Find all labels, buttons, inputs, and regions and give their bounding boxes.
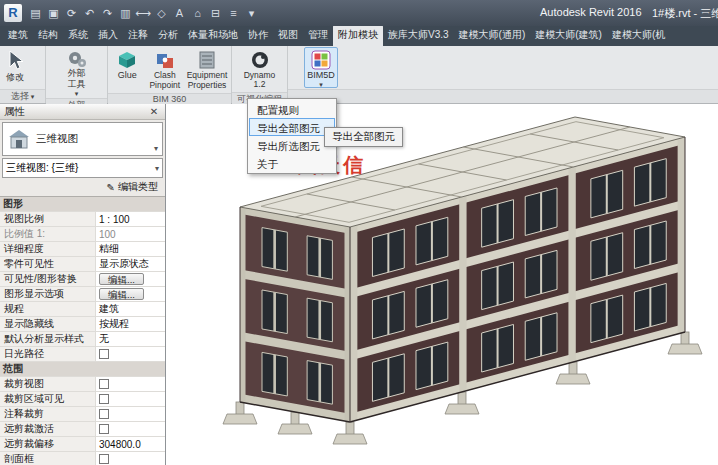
app-title: Autodesk Revit 2016 (540, 6, 642, 18)
dynamo-button[interactable]: Dynamo 1.2 (234, 47, 285, 91)
edit-type-icon: ✎ (107, 182, 115, 193)
crop-view-checkbox[interactable] (99, 379, 109, 389)
type-selector[interactable]: 三维视图 ▾ (2, 122, 163, 156)
titlebar: R ▤ ▣ ⟳ ↶ ↷ ▥ ⟷ ◇ A ⌂ ⊟ ≡ ▾ Autodesk Rev… (0, 0, 718, 26)
edit-type-button[interactable]: ✎ 编辑类型 (103, 179, 162, 195)
visibility-graphics-edit-button[interactable]: 编辑... (99, 273, 144, 285)
discipline-value[interactable]: 建筑 (96, 302, 165, 316)
ribbon-tab[interactable]: 族库大师V3.3 (383, 26, 454, 46)
annotation-crop-checkbox[interactable] (99, 409, 109, 419)
tag-icon[interactable]: ◇ (153, 4, 170, 22)
quick-access-toolbar: ▤ ▣ ⟳ ↶ ↷ ▥ ⟷ ◇ A ⌂ ⊟ ≡ ▾ (27, 4, 260, 22)
panel-bim5d: BIM5D ▾ (288, 46, 354, 103)
ribbon-tab[interactable]: 建筑 (3, 26, 33, 46)
toolbar-customize-icon[interactable]: ▾ (243, 4, 260, 22)
property-row-section-box: 剖面框 (0, 452, 165, 465)
document-title: 1#楼.rvt - 三维... (652, 6, 718, 21)
scale-value: 100 (96, 227, 165, 241)
open-icon[interactable]: ▤ (27, 4, 44, 22)
property-row-sun-path: 日光路径 (0, 347, 165, 362)
ribbon-tab[interactable]: 协作 (243, 26, 273, 46)
ribbon-tab[interactable]: 结构 (33, 26, 63, 46)
sun-path-checkbox[interactable] (99, 349, 109, 359)
ribbon-tab[interactable]: 分析 (153, 26, 183, 46)
glue-button[interactable]: Glue (110, 47, 145, 82)
property-row-scale-value: 比例值 1: 100 (0, 227, 165, 242)
extents-section-header[interactable]: 范围 (0, 362, 165, 377)
property-row-parts-visibility: 零件可见性 显示原状态 (0, 257, 165, 272)
modify-cursor-icon (5, 50, 25, 72)
panel-bim360: Glue Clash Pinpoint Equipment (108, 46, 232, 103)
graphics-section-header[interactable]: 图形 (0, 197, 165, 212)
default-3d-view-icon[interactable]: ⌂ (189, 4, 206, 22)
ribbon-tab[interactable]: 体量和场地 (183, 26, 243, 46)
menu-item-configure-rules[interactable]: 配置规则 (249, 100, 335, 118)
glue-icon (117, 50, 137, 70)
sync-icon[interactable]: ⟳ (63, 4, 80, 22)
show-hidden-lines-value[interactable]: 按规程 (96, 317, 165, 331)
property-row-view-scale: 视图比例 1 : 100 (0, 212, 165, 227)
ribbon-tab[interactable]: 管理 (303, 26, 333, 46)
save-icon[interactable]: ▣ (45, 4, 62, 22)
property-row-discipline: 规程 建筑 (0, 302, 165, 317)
ribbon: 修改 选择▾ 外部 工具 ▾ 外部 (0, 46, 718, 104)
ribbon-tab[interactable]: 视图 (273, 26, 303, 46)
ribbon-tab[interactable]: 系统 (63, 26, 93, 46)
view-3d-house-icon (7, 128, 31, 150)
property-row-detail-level: 详细程度 精细 (0, 242, 165, 257)
ribbon-tab[interactable]: 建模大师(机 (607, 26, 670, 46)
section-icon[interactable]: ⊟ (207, 4, 224, 22)
thin-lines-icon[interactable]: ≡ (225, 4, 242, 22)
chevron-down-icon: ▾ (319, 82, 323, 87)
section-box-checkbox[interactable] (99, 454, 109, 464)
ribbon-tab[interactable]: 建模大师(建筑) (530, 26, 607, 46)
menu-item-export-all-elements[interactable]: 导出全部图元 (249, 118, 335, 136)
properties-title: 属性 (4, 105, 25, 119)
external-tools-button[interactable]: 外部 工具 ▾ (64, 47, 90, 97)
ribbon-tab[interactable]: 建模大师(通用) (454, 26, 531, 46)
ribbon-tabbar: 建筑 结构 系统 插入 注释 分析 体量和场地 协作 视图 管理 附加模块 族库… (0, 26, 718, 46)
dynamo-icon (250, 50, 270, 70)
parts-visibility-value[interactable]: 显示原状态 (96, 257, 165, 271)
type-selector-label: 三维视图 (36, 132, 78, 146)
undo-icon[interactable]: ↶ (81, 4, 98, 22)
select-panel-label[interactable]: 选择▾ (0, 89, 45, 103)
modify-button[interactable]: 修改 (2, 47, 28, 84)
print-icon[interactable]: ▥ (117, 4, 134, 22)
panel-visual-programming: Dynamo 1.2 可视化编程 (232, 46, 288, 103)
property-row-visibility-graphics: 可见性/图形替换 编辑... (0, 272, 165, 287)
menu-item-about[interactable]: 关于 (249, 154, 335, 172)
redo-icon[interactable]: ↷ (99, 4, 116, 22)
ribbon-tab[interactable]: 注释 (123, 26, 153, 46)
property-row-analysis-display-style: 默认分析显示样式 无 (0, 332, 165, 347)
panel-external: 外部 工具 ▾ 外部 (46, 46, 108, 103)
property-row-graphic-display-options: 图形显示选项 编辑... (0, 287, 165, 302)
bim5d-icon (311, 50, 331, 70)
crop-region-visible-checkbox[interactable] (99, 394, 109, 404)
property-row-crop-view: 裁剪视图 (0, 377, 165, 392)
property-grid: 图形 视图比例 1 : 100 比例值 1: 100 详细程度 精细 零件可见性… (0, 196, 165, 465)
analysis-display-style-value[interactable]: 无 (96, 332, 165, 346)
equipment-properties-button[interactable]: Equipment Properties (185, 47, 229, 92)
far-clip-active-checkbox[interactable] (99, 424, 109, 434)
far-clip-offset-value[interactable]: 304800.0 (96, 437, 165, 451)
view-scale-value[interactable]: 1 : 100 (96, 212, 165, 226)
view-instance-combo[interactable]: 三维视图: {三维} ▾ (2, 158, 163, 178)
property-row-far-clip-active: 远剪裁激活 (0, 422, 165, 437)
graphic-display-options-edit-button[interactable]: 编辑... (99, 288, 144, 300)
chevron-down-icon: ▾ (75, 91, 79, 96)
menu-item-export-selected-elements[interactable]: 导出所选图元 (249, 136, 335, 154)
ribbon-tab[interactable]: 插入 (93, 26, 123, 46)
bim5d-button[interactable]: BIM5D ▾ (304, 47, 338, 88)
measure-icon[interactable]: ⟷ (135, 4, 152, 22)
text-icon[interactable]: A (171, 4, 188, 22)
equipment-properties-icon (197, 50, 217, 70)
property-row-annotation-crop: 注释裁剪 (0, 407, 165, 422)
external-tools-icon (67, 50, 87, 68)
revit-app-menu-icon[interactable]: R (4, 4, 22, 22)
detail-level-value[interactable]: 精细 (96, 242, 165, 256)
ribbon-tab-addins-active[interactable]: 附加模块 (333, 26, 383, 46)
close-icon[interactable]: ✕ (147, 106, 161, 117)
modify-label: 修改 (6, 73, 24, 83)
clash-pinpoint-button[interactable]: Clash Pinpoint (146, 47, 184, 92)
